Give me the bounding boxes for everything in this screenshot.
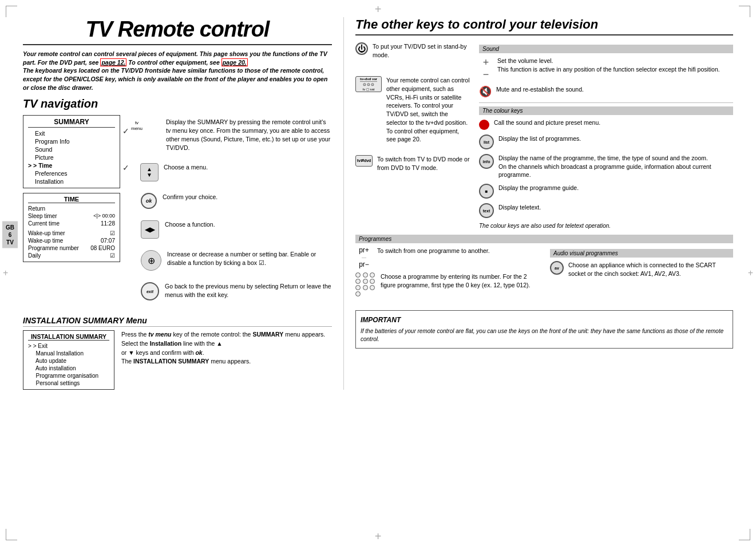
crosshair-top: + <box>375 3 382 16</box>
mute-row: 🔇 Mute and re-establish the sound. <box>479 85 733 98</box>
crosshair-bottom: + <box>375 530 382 543</box>
tv-dvd-switch-row: tv⇌dvd To switch from TV to DVD mode or … <box>355 155 470 172</box>
key-desc-display-summary: Display the SUMMARY by pressing the remo… <box>166 118 332 152</box>
install-item-exit: > Exit <box>28 342 109 350</box>
list-btn-text: Display the list of programmes. <box>498 134 733 143</box>
exit-button-icon: exit <box>141 282 159 300</box>
pr-arrows-text: To switch from one programme to another. <box>377 247 539 255</box>
av-section: Audio visual programmes av Choose an app… <box>550 247 733 301</box>
guide-btn-row: ■ Display the programme guide. <box>479 184 733 199</box>
menu-item-exit: Exit <box>28 129 115 137</box>
menu-item-sound: Sound <box>28 145 115 153</box>
list-button-icon: list <box>479 134 494 149</box>
av-row: av Choose an appliance which is connecte… <box>550 261 733 278</box>
time-row-wakeup-time: Wake-up time07:07 <box>28 237 115 244</box>
important-box: IMPORTANT If the batteries of your remot… <box>355 310 733 349</box>
nav-up-down-icon: ▲ ▼ <box>141 163 158 181</box>
equipment-selector-icon: tv+dvd var ⊙⊙⊙ tv ◻ sat <box>355 76 382 92</box>
top-right-section: ⏻ To put your TV/DVD set in stand-by mod… <box>355 42 733 229</box>
time-row-wakeup-timer: Wake-up timer☑ <box>28 230 115 237</box>
page12-link[interactable]: page 12. <box>100 58 126 66</box>
av-icon: av <box>550 261 564 275</box>
installation-summary-title: INSTALLATION SUMMARY Menu <box>23 316 332 327</box>
time-menu-box: TIME Return Sleep timer<|> 00:00 Current… <box>23 193 120 262</box>
other-keys-title: The other keys to control your televisio… <box>355 17 733 35</box>
key-desc-go-back: Go back to the previous menu by selectin… <box>165 282 332 299</box>
programmes-content: pr+ — pr− To switch from one programme t… <box>355 247 733 301</box>
guide-btn-text: Display the programme guide. <box>498 184 733 192</box>
install-menu-box: INSTALLATION SUMMARY > Exit Manual Insta… <box>23 330 114 390</box>
key-row-display-summary: Display the SUMMARY by pressing the remo… <box>141 118 332 152</box>
left-right-section: ⏻ To put your TV/DVD set in stand-by mod… <box>355 42 470 229</box>
gb-badge: GB 6 TV <box>2 221 18 248</box>
colour-keys-section-bar: The colour keys <box>479 106 733 115</box>
time-row-prog-num: Programme number08 EURO <box>28 244 115 252</box>
tv-navigation-section: TV navigation SUMMARY Exit Program Info … <box>23 97 332 307</box>
main-layout: GB 6 TV TV Remote control Your remote co… <box>0 0 756 401</box>
av-text: Choose an appliance which is connected t… <box>568 261 733 278</box>
menu-item-program-info: Program Info <box>28 137 115 145</box>
text-btn-row: text Display teletext. <box>479 203 733 218</box>
important-text: If the batteries of your remote control … <box>361 327 728 343</box>
menu-item-installation: Installation <box>28 177 115 185</box>
mute-text: Mute and re-establish the sound. <box>496 85 733 94</box>
pr-arrows-row: pr+ — pr− To switch from one programme t… <box>355 247 539 268</box>
corner-mark-br <box>739 529 750 540</box>
key-desc-confirm: Confirm your choice. <box>163 193 332 201</box>
left-column: GB 6 TV TV Remote control Your remote co… <box>23 17 343 390</box>
time-menu-title: TIME <box>28 196 115 203</box>
key-row-confirm: ok Confirm your choice. <box>141 193 332 209</box>
menu-boxes: SUMMARY Exit Program Info Sound Picture … <box>23 115 120 307</box>
mute-icon: 🔇 <box>479 85 492 98</box>
right-column: The other keys to control your televisio… <box>343 17 733 390</box>
info-btn-row: info Display the name of the programme, … <box>479 154 733 179</box>
time-row-return: Return <box>28 205 115 212</box>
sound-colour-section: Sound + − Set the volume level.This func… <box>479 42 733 229</box>
equipment-row: tv+dvd var ⊙⊙⊙ tv ◻ sat Your remote cont… <box>355 76 470 144</box>
install-item-auto-install: Auto installation <box>28 365 109 372</box>
check-mark-2: ✓ <box>122 163 129 172</box>
red-button-icon <box>479 120 489 130</box>
red-btn-text: Call the sound and picture preset menu. <box>494 118 733 127</box>
text-btn-text: Display teletext. <box>498 203 733 212</box>
check-marks: ✓ ✓ <box>122 115 129 307</box>
install-item-prog-org: Programme organisation <box>28 372 109 379</box>
install-item-personal: Personal settings <box>28 379 109 387</box>
install-item-auto-update: Auto update <box>28 357 109 365</box>
text-button-icon: text <box>479 203 494 218</box>
standby-row: ⏻ To put your TV/DVD set in stand-by mod… <box>355 42 470 59</box>
menu-item-picture: Picture <box>28 153 115 161</box>
install-item-manual: Manual Installation <box>28 350 109 357</box>
time-row-current: Current time11:28 <box>28 220 115 227</box>
page20-link[interactable]: page 20. <box>221 58 248 66</box>
programmes-section-bar: Programmes <box>355 235 733 243</box>
check-mark-1: ✓ <box>122 126 129 136</box>
key-row-go-back: exit Go back to the previous menu by sel… <box>141 282 332 300</box>
key-desc-increase: Increase or decrease a number or setting… <box>167 250 332 267</box>
corner-mark-tl <box>6 6 17 17</box>
tv-nav-layout: SUMMARY Exit Program Info Sound Picture … <box>23 115 332 307</box>
volume-text: Set the volume level.This function is ac… <box>497 57 733 73</box>
standby-text: To put your TV/DVD set in stand-by mode. <box>373 42 470 59</box>
intro-text: Your remote control can control several … <box>23 50 332 92</box>
install-layout: INSTALLATION SUMMARY > Exit Manual Insta… <box>23 330 332 390</box>
tv-nav-title: TV navigation <box>23 97 332 110</box>
standby-icon: ⏻ <box>355 42 368 55</box>
menu-item-preferences: Preferences <box>28 169 115 177</box>
time-row-sleep: Sleep timer<|> 00:00 <box>28 212 115 220</box>
red-btn-row: Call the sound and picture preset menu. <box>479 118 733 130</box>
info-button-icon: info <box>479 154 494 169</box>
equipment-text: Your remote control can control other eq… <box>386 76 470 144</box>
av-section-bar: Audio visual programmes <box>550 249 733 258</box>
volume-icon: + − <box>479 57 493 81</box>
corner-mark-bl <box>6 529 17 540</box>
info-btn-text: Display the name of the programme, the t… <box>498 154 733 179</box>
nav-four-way-icon: ⊕ <box>141 250 161 271</box>
summary-menu-title: SUMMARY <box>28 118 115 128</box>
install-description: Press the tv menu key of the remote cont… <box>121 330 325 366</box>
menu-item-time: > Time <box>28 161 115 169</box>
numpad-row: Choose a programme by entering its numbe… <box>355 272 539 296</box>
important-title: IMPORTANT <box>361 315 728 325</box>
page-title: TV Remote control <box>23 17 332 45</box>
install-menu-title: INSTALLATION SUMMARY <box>28 333 109 341</box>
